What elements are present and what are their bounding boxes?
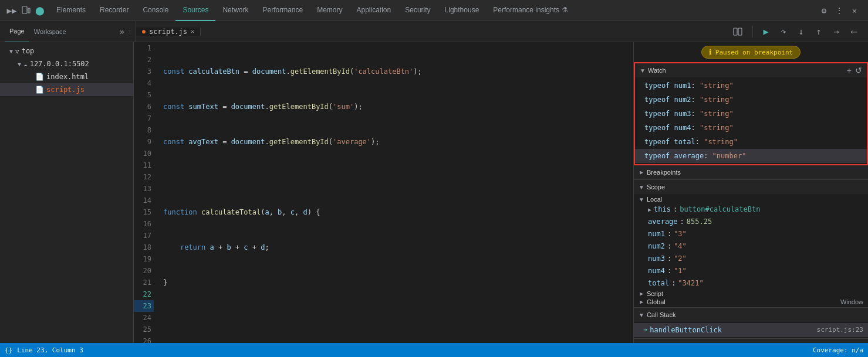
- breakpoints-chevron-icon: ▼: [638, 169, 644, 175]
- step-out-btn[interactable]: ↑: [812, 25, 826, 39]
- main-content: ▼ ▽ top ▼ ☁ 127.0.0.1:5502 📄 index.html …: [0, 42, 868, 343]
- tree-item-top[interactable]: ▼ ▽ top: [0, 45, 133, 57]
- status-bar: {} Line 23, Column 3 Coverage: n/a: [0, 343, 868, 357]
- call-stack-chevron: ▼: [639, 312, 644, 318]
- svg-rect-2: [734, 28, 737, 35]
- more-icon[interactable]: ⋮: [833, 4, 846, 17]
- chevron-icon: ▼: [9, 48, 13, 55]
- scope-section: ▼ Scope ▼ Local ▶ this: button#calculate…: [634, 180, 868, 308]
- tab-security[interactable]: Security: [398, 0, 437, 21]
- watch-header[interactable]: ▼ Watch + ↺: [635, 63, 867, 77]
- sidebar-more-icon[interactable]: »: [120, 27, 124, 36]
- toolbar-icons: ▶▶ ⬤: [2, 5, 49, 16]
- code-editor[interactable]: 12345 678910 1112131415 1617181920 21222…: [134, 42, 633, 343]
- scope-num3: num3: "2": [634, 253, 868, 265]
- watch-content: typeof num1: "string" typeof num2: "stri…: [635, 77, 867, 164]
- call-stack-item-1[interactable]: ➜ handleButtonClick script.js:23: [634, 323, 868, 337]
- scope-global-header[interactable]: ▼ Global Window: [634, 298, 868, 306]
- watch-item-2: typeof num2: "string": [635, 93, 867, 107]
- scope-average: average: 855.25: [634, 216, 868, 228]
- scope-num2: num2: "4": [634, 240, 868, 253]
- coverage-text: Coverage: n/a: [813, 346, 863, 354]
- folder-icon: ▽: [15, 47, 19, 55]
- call-stack-arrow-icon: ➜: [643, 324, 647, 336]
- file-tab-script-js[interactable]: ● script.js ✕: [136, 28, 201, 36]
- call-stack-section: ▼ Call Stack ➜ handleButtonClick script.…: [634, 308, 868, 339]
- tab-lighthouse[interactable]: Lighthouse: [438, 0, 487, 21]
- watch-refresh-btn[interactable]: ↺: [855, 66, 862, 75]
- sidebar-tab-page[interactable]: Page: [5, 21, 29, 42]
- html-file-icon: 📄: [35, 73, 44, 81]
- sidebar-tab-workspace[interactable]: Workspace: [29, 21, 71, 42]
- tab-network[interactable]: Network: [215, 0, 255, 21]
- close-icon[interactable]: ✕: [848, 4, 861, 17]
- cloud-icon: ☁: [23, 60, 28, 68]
- tree-item-server[interactable]: ▼ ☁ 127.0.0.1:5502: [0, 57, 133, 70]
- brackets-icon: {}: [5, 346, 12, 354]
- js-file-icon: 📄: [35, 86, 44, 94]
- breakpoints-section: ▼ Breakpoints: [634, 165, 868, 180]
- sidebar-tree: ▼ ▽ top ▼ ☁ 127.0.0.1:5502 📄 index.html …: [0, 42, 133, 343]
- right-panel: ℹ Paused on breakpoint ▼ Watch + ↺ typeo…: [633, 42, 868, 343]
- scope-this: ▶ this: button#calculateBtn: [634, 203, 868, 216]
- watch-item-3: typeof num3: "string": [635, 107, 867, 121]
- xhr-breakpoints-header[interactable]: ▼ XHR/fetch Breakpoints: [634, 339, 868, 343]
- tab-elements[interactable]: Elements: [49, 0, 93, 21]
- call-stack-content: ➜ handleButtonClick script.js:23: [634, 322, 868, 338]
- code-area: 12345 678910 1112131415 1617181920 21222…: [134, 42, 633, 343]
- sidebar: ▼ ▽ top ▼ ☁ 127.0.0.1:5502 📄 index.html …: [0, 42, 134, 343]
- tab-memory[interactable]: Memory: [310, 0, 349, 21]
- tab-recorder[interactable]: Recorder: [93, 0, 136, 21]
- js-file-icon: ●: [142, 28, 146, 35]
- scope-total: total: "3421": [634, 277, 868, 290]
- xhr-breakpoints-section: ▼ XHR/fetch Breakpoints: [634, 339, 868, 343]
- deactivate-btn[interactable]: ⟵: [847, 25, 861, 39]
- file-tab-close[interactable]: ✕: [191, 28, 194, 35]
- scope-num4: num4: "1": [634, 265, 868, 277]
- step-into-btn[interactable]: ↓: [794, 25, 808, 39]
- call-stack-location: script.js:23: [817, 324, 863, 336]
- status-bar-left: {} Line 23, Column 3: [5, 346, 83, 354]
- debug-buttons: [729, 25, 747, 38]
- status-bar-right: Coverage: n/a: [813, 346, 863, 354]
- tab-sources[interactable]: Sources: [175, 0, 215, 21]
- watch-item-5: typeof total: "string": [635, 135, 867, 149]
- line-numbers: 12345 678910 1112131415 1617181920 21222…: [134, 42, 158, 343]
- scope-chevron-icon: ▼: [639, 184, 644, 191]
- watch-item-6[interactable]: typeof average: "number": [635, 149, 867, 163]
- file-toolbar-tabs: ● script.js ✕: [136, 28, 724, 36]
- svg-rect-1: [28, 8, 30, 13]
- sidebar-overflow-icon[interactable]: ⋮: [127, 28, 133, 35]
- watch-item-1: typeof num1: "string": [635, 79, 867, 93]
- scope-script-header[interactable]: ▼ Script: [634, 290, 868, 298]
- dot-icon[interactable]: ⬤: [34, 5, 46, 16]
- tab-application[interactable]: Application: [350, 0, 398, 21]
- step-over-btn[interactable]: ↷: [776, 25, 791, 39]
- inspect-icon[interactable]: ▶▶: [6, 5, 18, 16]
- settings-icon[interactable]: ⚙: [818, 4, 830, 17]
- tab-performance[interactable]: Performance: [255, 0, 310, 21]
- file-toolbar: Page Workspace » ⋮ ● script.js ✕ ▶ ↷ ↓ ↑…: [0, 21, 868, 42]
- tab-perf-insights[interactable]: Performance insights ⚗: [486, 0, 575, 21]
- scope-local-header[interactable]: ▼ Local: [634, 195, 868, 203]
- code-lines: const calculateBtn = document.getElement…: [158, 42, 633, 343]
- toolbar-right: ⚙ ⋮ ✕: [813, 4, 866, 17]
- scope-this-chevron: ▶: [648, 204, 651, 215]
- top-toolbar: ▶▶ ⬤ Elements Recorder Console Sources N…: [0, 0, 868, 21]
- tab-console[interactable]: Console: [136, 0, 175, 21]
- tree-item-script-js[interactable]: 📄 script.js: [0, 83, 133, 96]
- step-btn[interactable]: →: [829, 25, 843, 39]
- breakpoints-header[interactable]: ▼ Breakpoints: [634, 165, 868, 179]
- device-icon[interactable]: [20, 5, 32, 16]
- tab-bar: Elements Recorder Console Sources Networ…: [49, 0, 813, 21]
- watch-add-btn[interactable]: +: [847, 66, 852, 75]
- svg-rect-3: [738, 28, 742, 35]
- breakpoint-banner: ℹ Paused on breakpoint: [634, 42, 868, 62]
- split-editor-icon[interactable]: [731, 25, 744, 38]
- scope-header[interactable]: ▼ Scope: [634, 180, 868, 194]
- resume-btn[interactable]: ▶: [759, 25, 773, 39]
- tree-item-index-html[interactable]: 📄 index.html: [0, 70, 133, 83]
- svg-rect-0: [22, 6, 27, 13]
- chevron-server-icon: ▼: [18, 61, 21, 67]
- call-stack-header[interactable]: ▼ Call Stack: [634, 308, 868, 322]
